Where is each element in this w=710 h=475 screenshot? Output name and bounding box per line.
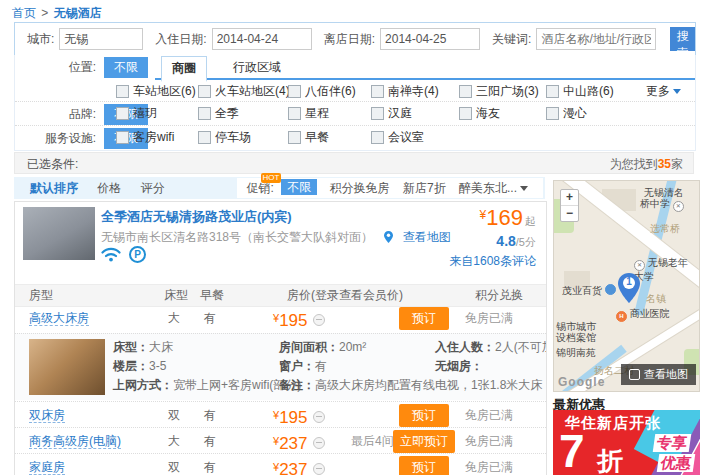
checkbox[interactable] — [546, 85, 559, 98]
hotel-photo[interactable] — [23, 207, 95, 260]
breadcrumb-home-link[interactable]: 首页 — [12, 6, 36, 20]
brand-option[interactable]: 汉庭 — [371, 105, 412, 122]
checkbox[interactable] — [198, 107, 211, 120]
brand-option[interactable]: 禧玥 — [116, 105, 157, 122]
breakfast: 有 — [197, 305, 223, 331]
facility-filter-row: 服务设施: 不限 客房wifi 停车场 早餐 会议室 — [15, 125, 695, 149]
view-map-link[interactable]: 查看地图 — [403, 230, 451, 244]
view-map-button[interactable]: 查看地图 — [621, 364, 696, 385]
checkbox[interactable] — [198, 131, 211, 144]
bed-type: 双 — [161, 454, 187, 475]
cashback-icon — [313, 314, 325, 326]
sort-score[interactable]: 评分 — [141, 181, 165, 195]
promotion-label: 促销:HOT — [247, 181, 274, 195]
checkbox[interactable] — [198, 85, 211, 98]
facility-option[interactable]: 早餐 — [288, 129, 329, 146]
district-option[interactable]: 三阳广场(3) — [459, 83, 539, 100]
district-option[interactable]: 中山路(6) — [546, 83, 614, 100]
brand-option[interactable]: 全季 — [198, 105, 239, 122]
checkout-input[interactable] — [380, 28, 480, 50]
facility-option-label: 停车场 — [215, 129, 251, 146]
promotion-points-option[interactable]: 积分换免房 — [330, 181, 390, 195]
map-icon — [629, 369, 640, 380]
book-button[interactable]: 预订 — [399, 456, 449, 475]
banner-tag-1: 专享 — [653, 434, 692, 452]
hospital-icon: H — [616, 311, 627, 322]
checkbox[interactable] — [288, 85, 301, 98]
room-photo[interactable] — [29, 339, 105, 395]
col-points: 积分兑换 — [475, 285, 523, 306]
detail-column-3: 入住人数：2人(不可加床) 无烟房： — [435, 338, 547, 376]
room-name-link[interactable]: 双床房 — [29, 402, 65, 428]
zoom-out-button[interactable]: − — [561, 206, 578, 221]
checkin-input[interactable] — [212, 28, 312, 50]
city-input[interactable] — [59, 28, 143, 50]
checkbox[interactable] — [116, 107, 129, 120]
selected-conditions-label: 已选条件: — [27, 157, 78, 171]
checkbox[interactable] — [288, 131, 301, 144]
promo-banner[interactable]: 华住新店开张 7 折 专享 优惠 — [553, 410, 700, 475]
district-option-label: 车站地区(6) — [133, 83, 196, 100]
checkbox[interactable] — [116, 85, 129, 98]
cashback-icon — [313, 411, 325, 423]
search-button[interactable]: 搜索 — [670, 27, 695, 51]
facility-option-label: 早餐 — [305, 129, 329, 146]
district-option[interactable]: 南禅寺(4) — [371, 83, 439, 100]
sort-price[interactable]: 价格 — [97, 181, 121, 195]
sort-bar: 默认排序 价格 评分 促销:HOT 不限 积分换免房 新店7折 醉美东北... — [14, 177, 545, 199]
checkbox[interactable] — [116, 131, 129, 144]
tab-admin-region[interactable]: 行政区域 — [223, 56, 291, 79]
bed-type: 大 — [161, 428, 187, 454]
checkbox[interactable] — [459, 85, 472, 98]
col-breakfast: 早餐 — [200, 285, 224, 306]
sort-default[interactable]: 默认排序 — [30, 181, 78, 195]
district-option[interactable]: 车站地区(6) — [116, 83, 196, 100]
promotion-dropdown[interactable]: 醉美东北... — [459, 181, 528, 195]
hotel-map-pin[interactable]: 1 — [618, 273, 640, 303]
breakfast: 有 — [197, 402, 223, 428]
brand-option-label: 禧玥 — [133, 105, 157, 122]
checkbox[interactable] — [371, 85, 384, 98]
book-now-button[interactable]: 立即预订 — [393, 430, 455, 453]
district-option[interactable]: 八佰伴(6) — [288, 83, 356, 100]
reviews-link[interactable]: 来自1608条评论 — [449, 253, 536, 270]
more-link[interactable]: 更多 — [646, 83, 681, 100]
breadcrumb-separator: > — [41, 6, 48, 20]
breadcrumb-current: 无锡酒店 — [54, 6, 102, 20]
hotel-price: ¥169起 — [449, 205, 536, 231]
checkbox[interactable] — [288, 107, 301, 120]
promotion-newstore-option[interactable]: 新店7折 — [403, 181, 446, 195]
promotion-filter: 促销:HOT 不限 积分换免房 新店7折 醉美东北... — [237, 178, 543, 198]
facility-option[interactable]: 会议室 — [371, 129, 424, 146]
col-room-type: 房型 — [29, 285, 53, 306]
redeem-status: 免房已满 — [447, 305, 531, 331]
facility-option-label: 客房wifi — [133, 129, 174, 146]
facility-option[interactable]: 客房wifi — [116, 129, 174, 146]
room-name-link[interactable]: 高级大床房 — [29, 305, 89, 331]
search-bar: 城市: 入住日期: 离店日期: 关键词: 搜索 — [14, 22, 696, 56]
brand-option[interactable]: 海友 — [459, 105, 500, 122]
book-button[interactable]: 预订 — [399, 307, 449, 330]
promotion-any-button[interactable]: 不限 — [281, 179, 317, 195]
checkbox[interactable] — [459, 107, 472, 120]
brand-option[interactable]: 漫心 — [546, 105, 587, 122]
checkbox[interactable] — [546, 107, 559, 120]
district-option[interactable]: 火车站地区(4) — [198, 83, 290, 100]
col-bed-type: 床型 — [164, 285, 188, 306]
location-any-button[interactable]: 不限 — [104, 57, 148, 78]
checkbox[interactable] — [371, 131, 384, 144]
wifi-icon — [101, 247, 121, 262]
selected-conditions-bar: 已选条件: 为您找到35家 — [14, 152, 694, 174]
room-name-link[interactable]: 家庭房 — [29, 454, 65, 475]
facility-option[interactable]: 停车场 — [198, 129, 251, 146]
mini-map[interactable]: + − 无锡清名桥中学 ✕ 选常桥 ✕ 无锡老年大学 茂业百货 名镇 1 H 商… — [553, 180, 700, 392]
zoom-in-button[interactable]: + — [561, 190, 578, 206]
book-button[interactable]: 预订 — [399, 404, 449, 427]
room-name-link[interactable]: 商务高级房(电脑) — [29, 428, 121, 454]
checkbox[interactable] — [371, 107, 384, 120]
brand-option[interactable]: 星程 — [288, 105, 329, 122]
keyword-input[interactable] — [536, 28, 656, 50]
tab-business-district[interactable]: 商圈 — [161, 56, 207, 82]
cashback-icon — [313, 463, 325, 475]
hotel-name-link[interactable]: 全季酒店无锡清扬路茂业店(内宾) — [101, 208, 292, 226]
